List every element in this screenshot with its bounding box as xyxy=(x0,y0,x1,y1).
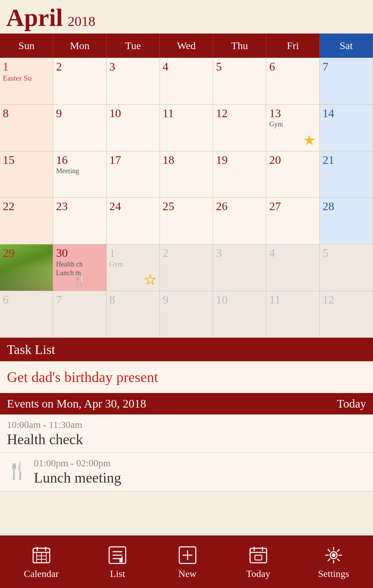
svg-line-30 xyxy=(328,559,330,561)
year-label: 2018 xyxy=(68,13,95,29)
star-icon: ★ xyxy=(303,133,316,148)
today-cell[interactable]: 30 Health ch Lunch m 🍴 xyxy=(53,244,106,291)
table-row[interactable]: 15 xyxy=(0,151,53,198)
calendar-header: April 2018 xyxy=(0,0,373,34)
task-item[interactable]: Get dad's birthday present xyxy=(7,369,366,385)
table-row[interactable]: 7 xyxy=(53,291,106,338)
table-row[interactable]: 28 xyxy=(320,198,373,244)
table-row[interactable]: 4 xyxy=(266,244,319,291)
day-header-wed: Wed xyxy=(160,34,213,58)
table-row[interactable]: 8 xyxy=(107,291,160,338)
day-header-fri: Fri xyxy=(266,34,319,58)
table-row[interactable]: 20 xyxy=(266,151,319,198)
table-row[interactable]: 4 xyxy=(160,58,213,105)
table-row[interactable]: 18 xyxy=(160,151,213,198)
table-row[interactable]: 1 Easter Su xyxy=(0,58,53,105)
svg-line-28 xyxy=(337,559,339,561)
day-header-thu: Thu xyxy=(213,34,266,58)
table-row[interactable]: 5 xyxy=(320,244,373,291)
new-icon xyxy=(176,544,199,566)
day-header-mon: Mon xyxy=(53,34,106,58)
table-row[interactable]: 23 xyxy=(53,198,106,244)
event-item-health-check[interactable]: 10:00am - 11:30am Health check xyxy=(0,414,373,453)
svg-point-22 xyxy=(332,554,335,557)
table-row[interactable]: 19 xyxy=(213,151,266,198)
svg-line-27 xyxy=(328,549,330,552)
table-row[interactable]: 3 xyxy=(213,244,266,291)
table-row[interactable]: 12 xyxy=(320,291,373,338)
event-title: Lunch meeting xyxy=(34,469,366,486)
table-row[interactable]: 27 xyxy=(266,198,319,244)
nav-calendar[interactable]: Calendar xyxy=(24,544,59,579)
table-row[interactable]: 9 xyxy=(53,105,106,151)
table-row[interactable]: 10 xyxy=(213,291,266,338)
today-button[interactable]: Today xyxy=(337,397,366,410)
month-label: April xyxy=(6,3,63,32)
svg-line-29 xyxy=(337,549,339,552)
svg-rect-20 xyxy=(255,555,262,560)
events-body: 10:00am - 11:30am Health check 🍴 01:00pm… xyxy=(0,414,373,491)
fork-knife-icon: 🍴 xyxy=(73,276,87,289)
event-time: 10:00am - 11:30am xyxy=(7,419,366,430)
day-header-tue: Tue xyxy=(107,34,160,58)
table-row[interactable]: 7 xyxy=(320,58,373,105)
list-icon xyxy=(106,544,128,566)
table-row[interactable]: 25 xyxy=(160,198,213,244)
table-row[interactable]: 17 xyxy=(107,151,160,198)
table-row[interactable]: 11 xyxy=(266,291,319,338)
star-outline-icon: ★ xyxy=(144,272,156,287)
settings-icon xyxy=(323,544,345,566)
table-row[interactable]: 5 xyxy=(213,58,266,105)
nav-settings[interactable]: Settings xyxy=(318,544,349,579)
table-row[interactable]: 26 xyxy=(213,198,266,244)
nav-calendar-label: Calendar xyxy=(24,568,59,579)
event-time: 01:00pm - 02:00pm xyxy=(34,458,366,469)
table-row[interactable]: 6 xyxy=(266,58,319,105)
table-row[interactable]: 12 xyxy=(213,105,266,151)
table-row[interactable]: 29 xyxy=(0,244,53,291)
nav-list[interactable]: List xyxy=(106,544,128,579)
table-row[interactable]: 10 xyxy=(107,105,160,151)
nav-new[interactable]: New xyxy=(176,544,199,579)
task-list-header: Task List xyxy=(0,338,373,361)
event-item-lunch-meeting[interactable]: 🍴 01:00pm - 02:00pm Lunch meeting xyxy=(0,453,373,491)
nav-new-label: New xyxy=(178,568,197,579)
nav-settings-label: Settings xyxy=(318,568,349,579)
bottom-nav: Calendar List New xyxy=(0,535,373,588)
calendar-grid: 1 Easter Su 2 3 4 5 6 7 8 9 10 11 12 13 … xyxy=(0,58,373,338)
table-row[interactable]: 9 xyxy=(160,291,213,338)
table-row[interactable]: 3 xyxy=(107,58,160,105)
day-headers-row: Sun Mon Tue Wed Thu Fri Sat xyxy=(0,34,373,58)
calendar-icon xyxy=(30,544,52,566)
table-row[interactable]: 8 xyxy=(0,105,53,151)
table-row[interactable]: 21 xyxy=(320,151,373,198)
table-row[interactable]: 22 xyxy=(0,198,53,244)
fork-knife-icon: 🍴 xyxy=(7,461,28,480)
nav-today-label: Today xyxy=(246,568,270,579)
today-icon xyxy=(247,544,269,566)
nav-today[interactable]: Today xyxy=(246,544,270,579)
day-header-sun: Sun xyxy=(0,34,53,58)
table-row[interactable]: 6 xyxy=(0,291,53,338)
event-title: Health check xyxy=(7,431,366,448)
task-list-body: Get dad's birthday present xyxy=(0,361,373,393)
events-date-label: Events on Mon, Apr 30, 2018 xyxy=(7,397,146,410)
events-header: Events on Mon, Apr 30, 2018 Today xyxy=(0,393,373,414)
table-row[interactable]: 11 xyxy=(160,105,213,151)
table-row[interactable]: 2 xyxy=(53,58,106,105)
table-row[interactable]: 2 xyxy=(160,244,213,291)
table-row[interactable]: 13 Gym ★ xyxy=(266,105,319,151)
table-row[interactable]: 1 Gym ★ xyxy=(107,244,160,291)
table-row[interactable]: 14 xyxy=(320,105,373,151)
day-header-sat: Sat xyxy=(320,34,373,58)
table-row[interactable]: 16 Meeting xyxy=(53,151,106,198)
nav-list-label: List xyxy=(110,568,125,579)
table-row[interactable]: 24 xyxy=(107,198,160,244)
